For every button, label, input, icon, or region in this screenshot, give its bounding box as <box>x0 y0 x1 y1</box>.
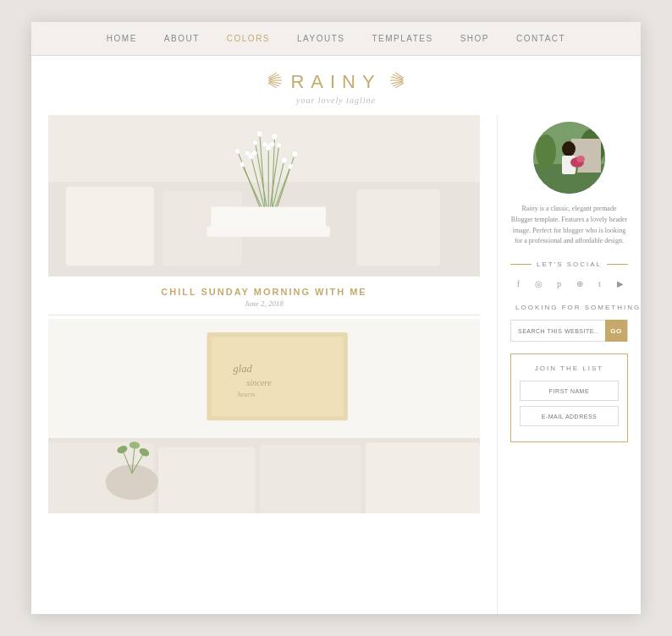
search-input[interactable] <box>511 328 605 334</box>
svg-text:hearts: hearts <box>238 391 256 398</box>
post-date: June 2, 2018 <box>48 299 480 308</box>
logo-rays-right <box>388 71 421 93</box>
svg-rect-18 <box>356 189 440 266</box>
search-button[interactable]: GO <box>605 320 627 342</box>
svg-point-44 <box>256 131 262 137</box>
nav-layouts[interactable]: LAYOUTS <box>297 34 344 43</box>
site-tagline: your lovely tagline <box>31 96 641 105</box>
avatar-container <box>510 115 628 194</box>
svg-text:sincere: sincere <box>246 378 272 387</box>
facebook-icon[interactable]: f <box>512 277 526 290</box>
nav-list: HOME ABOUT COLORs LAYOUTS TEMPLATES SHOP… <box>31 34 641 43</box>
svg-point-47 <box>288 164 293 169</box>
svg-point-46 <box>240 162 245 167</box>
site-header: RAINY your lovely tagline <box>31 56 641 115</box>
svg-point-42 <box>252 140 257 145</box>
svg-point-40 <box>235 149 240 154</box>
join-section: JOIN THE LIST <box>510 354 628 442</box>
svg-text:glad: glad <box>234 363 253 375</box>
social-section-header: LET'S SOCIAL <box>510 260 628 268</box>
nav-home[interactable]: HOME <box>107 34 137 43</box>
search-section-title: LOOKING FOR SOMETHING? <box>515 304 641 311</box>
social-line-left <box>510 264 532 265</box>
social-section-title: LET'S SOCIAL <box>537 260 602 268</box>
nav-shop[interactable]: SHOP <box>460 34 489 43</box>
logo-area: RAINY <box>31 71 641 93</box>
svg-point-70 <box>536 134 556 168</box>
first-name-input[interactable] <box>520 381 619 401</box>
search-section: LOOKING FOR SOMETHING? GO <box>510 304 628 342</box>
second-svg: glad sincere hearts <box>48 319 480 513</box>
search-box: GO <box>510 320 628 342</box>
svg-point-76 <box>576 156 585 162</box>
blog-area: CHILL SUNDAY MORNING WITH ME June 2, 201… <box>31 115 497 614</box>
svg-rect-51 <box>212 337 344 416</box>
svg-point-39 <box>281 157 287 163</box>
main-content: CHILL SUNDAY MORNING WITH ME June 2, 201… <box>31 115 641 614</box>
nav-about[interactable]: ABOUT <box>164 34 200 43</box>
svg-rect-58 <box>260 445 361 513</box>
social-icons: f ◎ p ⊕ t ▶ <box>510 277 628 290</box>
logo-text: RAINY <box>290 71 381 93</box>
svg-rect-59 <box>366 442 480 513</box>
instagram-icon[interactable]: ◎ <box>532 277 546 290</box>
svg-point-43 <box>277 143 282 148</box>
social-line-right <box>607 264 628 265</box>
snapchat-icon[interactable]: ⊕ <box>573 277 587 290</box>
nav-templates[interactable]: TEMPLATES <box>372 34 432 43</box>
sidebar: Rainy is a classic, elegant premade Blog… <box>497 115 641 614</box>
svg-point-45 <box>272 134 278 140</box>
svg-point-34 <box>245 151 250 156</box>
svg-point-37 <box>262 142 267 147</box>
twitter-icon[interactable]: t <box>593 277 607 290</box>
navigation: HOME ABOUT COLORs LAYOUTS TEMPLATES SHOP… <box>31 22 641 56</box>
svg-point-38 <box>269 142 274 147</box>
browser-frame: HOME ABOUT COLORs LAYOUTS TEMPLATES SHOP… <box>31 22 641 614</box>
search-section-header: LOOKING FOR SOMETHING? <box>510 304 628 311</box>
pinterest-icon[interactable]: p <box>553 277 566 290</box>
join-title: JOIN THE LIST <box>520 365 619 372</box>
hero-image <box>48 115 480 276</box>
logo-rays-left <box>251 71 284 93</box>
second-image: glad sincere hearts <box>48 319 480 513</box>
post-title-area: CHILL SUNDAY MORNING WITH ME June 2, 201… <box>48 276 480 315</box>
svg-rect-21 <box>212 207 326 228</box>
nav-colors[interactable]: COLORs <box>227 34 270 43</box>
about-text: Rainy is a classic, elegant premade Blog… <box>510 204 628 247</box>
svg-rect-72 <box>571 139 601 173</box>
svg-point-35 <box>251 151 256 156</box>
svg-rect-16 <box>66 187 154 266</box>
avatar <box>533 122 605 194</box>
nav-contact[interactable]: CONTACT <box>516 34 565 43</box>
svg-point-73 <box>562 141 576 156</box>
svg-rect-19 <box>444 193 480 266</box>
svg-point-41 <box>292 151 298 156</box>
hero-svg <box>48 115 480 276</box>
svg-rect-57 <box>158 447 255 513</box>
email-input[interactable] <box>520 406 619 426</box>
youtube-icon[interactable]: ▶ <box>614 277 627 290</box>
post-title: CHILL SUNDAY MORNING WITH ME <box>48 287 480 297</box>
